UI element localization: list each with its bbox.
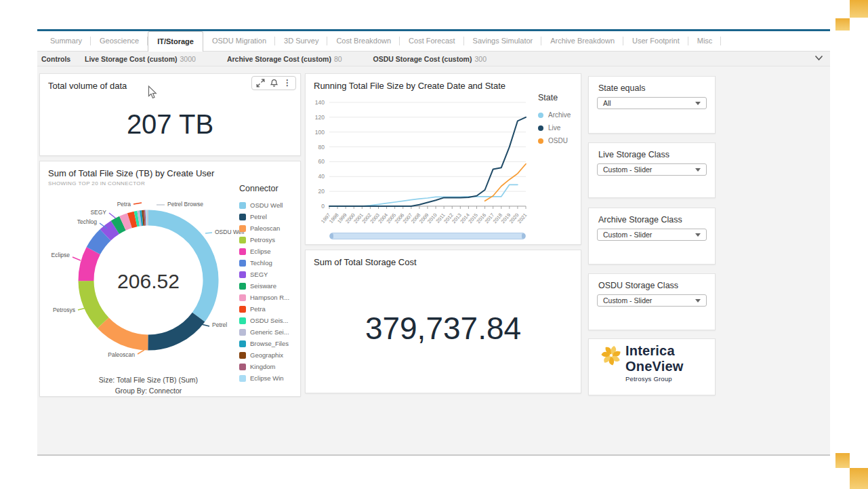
control-live-storage-cost-custom[interactable]: Live Storage Cost (custom)3000 bbox=[85, 55, 196, 63]
legend-item-kingdom[interactable]: Kingdom bbox=[239, 361, 289, 372]
donut-callout-eclipse: Eclipse bbox=[51, 252, 70, 258]
donut-slice-paleoscan[interactable] bbox=[103, 323, 148, 343]
legend-item-generic-sei[interactable]: Generic Sei... bbox=[239, 326, 289, 338]
legend-item-segy[interactable]: SEGY bbox=[239, 269, 289, 280]
card-total-volume: Total volume of data ⋮ 207 TB bbox=[39, 73, 301, 156]
filter-dropdown-archive-storage-class[interactable]: Custom - Slider bbox=[597, 229, 707, 241]
legend-item-eclipse-win[interactable]: Eclipse Win bbox=[239, 372, 289, 384]
legend-item-paleoscan[interactable]: Paleoscan bbox=[239, 222, 289, 234]
legend-swatch bbox=[239, 225, 246, 232]
control-osdu-storage-cost-custom[interactable]: OSDU Storage Cost (custom)300 bbox=[373, 55, 487, 63]
tab-archive-breakdown[interactable]: Archive Breakdown bbox=[541, 31, 623, 51]
line-series-osdu bbox=[485, 164, 526, 201]
card-donut-file-size: Sum of Total File Size (TB) by Create Us… bbox=[39, 161, 301, 397]
tab-osdu-migration[interactable]: OSDU Migration bbox=[203, 31, 275, 51]
svg-text:120: 120 bbox=[315, 114, 325, 121]
line-legend-title: State bbox=[538, 93, 571, 102]
donut-slice-seisware[interactable] bbox=[115, 223, 123, 227]
total-volume-value: 207 TB bbox=[40, 109, 300, 140]
card-total-volume-title: Total volume of data bbox=[48, 81, 127, 91]
deco-gold-square-bottom-2 bbox=[850, 468, 868, 489]
total-cost-value: 379,737.84 bbox=[306, 310, 581, 347]
filter-label: State equals bbox=[598, 83, 646, 93]
filter-dropdown-state-equals[interactable]: All bbox=[597, 97, 707, 109]
sheet-tab-bar: SummaryGeoscienceIT/StorageOSDU Migratio… bbox=[37, 31, 830, 52]
legend-item-osdu-seis[interactable]: OSDU Seis... bbox=[239, 315, 289, 326]
svg-text:40: 40 bbox=[318, 173, 325, 180]
tab-it-storage[interactable]: IT/Storage bbox=[148, 31, 203, 52]
tab-savings-simulator[interactable]: Savings Simulator bbox=[464, 31, 542, 51]
legend-swatch bbox=[239, 271, 246, 278]
svg-text:100: 100 bbox=[315, 129, 325, 136]
legend-item-geographix[interactable]: Geographix bbox=[239, 349, 289, 361]
chevron-down-icon bbox=[695, 233, 701, 237]
donut-callout-petrel-browse: Petrel Browse bbox=[167, 201, 203, 208]
donut-legend-title: Connector bbox=[239, 184, 289, 193]
tab-cost-forecast[interactable]: Cost Forecast bbox=[400, 31, 463, 51]
legend-item-live[interactable]: Live bbox=[538, 121, 571, 134]
filter-label: Archive Storage Class bbox=[598, 215, 682, 224]
donut-center-total: 206.52 bbox=[81, 270, 216, 293]
tab-user-footprint[interactable]: User Footprint bbox=[623, 31, 688, 51]
donut-callout-techlog: Techlog bbox=[77, 218, 98, 225]
legend-swatch bbox=[239, 317, 246, 324]
donut-footer-groupby: Group By: Connector bbox=[54, 385, 243, 396]
legend-item-browse-files[interactable]: Browse_Files bbox=[239, 338, 289, 349]
chevron-down-icon bbox=[695, 168, 701, 172]
legend-swatch bbox=[239, 283, 246, 290]
legend-dot bbox=[538, 125, 543, 131]
controls-items: Live Storage Cost (custom)3000Archive St… bbox=[85, 55, 518, 63]
legend-item-techlog[interactable]: Techlog bbox=[239, 257, 289, 269]
line-legend: State ArchiveLiveOSDU bbox=[538, 93, 571, 147]
legend-swatch bbox=[239, 260, 246, 267]
donut-slice-osdu-seis[interactable] bbox=[136, 218, 138, 219]
filter-card-state-equals: State equalsAll bbox=[588, 76, 716, 134]
deco-gold-square-top-2 bbox=[835, 18, 850, 31]
donut-slice-osdu-well[interactable] bbox=[148, 218, 211, 317]
donut-callout-petrosys: Petrosys bbox=[53, 307, 75, 313]
svg-text:20: 20 bbox=[318, 188, 325, 195]
legend-item-archive[interactable]: Archive bbox=[538, 109, 571, 121]
controls-collapse-chevron-icon[interactable] bbox=[814, 55, 823, 61]
legend-swatch bbox=[239, 364, 246, 370]
legend-item-petra[interactable]: Petra bbox=[239, 303, 289, 315]
legend-swatch bbox=[239, 306, 246, 313]
controls-bar: Controls Live Storage Cost (custom)3000A… bbox=[37, 52, 830, 66]
filter-card-live-storage-class: Live Storage ClassCustom - Slider bbox=[588, 142, 716, 198]
card-total-cost-title: Sum of Total Storage Cost bbox=[314, 257, 417, 267]
logo-line-oneview: OneView bbox=[625, 359, 684, 374]
filter-dropdown-live-storage-class[interactable]: Custom - Slider bbox=[597, 163, 707, 176]
legend-item-petrel[interactable]: Petrel bbox=[239, 211, 289, 222]
donut-callout-paleoscan: Paleoscan bbox=[108, 351, 135, 358]
filter-dropdown-osdu-storage-class[interactable]: Custom - Slider bbox=[597, 294, 707, 307]
tab-cost-breakdown[interactable]: Cost Breakdown bbox=[327, 31, 400, 51]
legend-swatch bbox=[239, 294, 246, 301]
donut-slice-hampson-r[interactable] bbox=[123, 220, 129, 223]
interica-pinwheel-icon bbox=[601, 345, 621, 366]
expand-icon[interactable] bbox=[256, 79, 265, 87]
legend-item-seisware[interactable]: Seisware bbox=[239, 280, 289, 292]
filter-card-osdu-storage-class: OSDU Storage ClassCustom - Slider bbox=[588, 273, 716, 330]
legend-item-eclipse[interactable]: Eclipse bbox=[239, 246, 289, 257]
tab-geoscience[interactable]: Geoscience bbox=[91, 31, 148, 51]
tab-3d-survey[interactable]: 3D Survey bbox=[275, 31, 327, 51]
donut-slice-petrel[interactable] bbox=[148, 317, 199, 343]
control-archive-storage-cost-custom[interactable]: Archive Storage Cost (custom)80 bbox=[227, 55, 342, 63]
mouse-cursor bbox=[148, 85, 157, 99]
date-range-scrollbar[interactable] bbox=[329, 233, 526, 239]
legend-item-osdu-well[interactable]: OSDU Well bbox=[239, 199, 289, 211]
tab-misc[interactable]: Misc bbox=[688, 31, 722, 51]
legend-swatch bbox=[239, 352, 246, 359]
legend-item-petrosys[interactable]: Petrosys bbox=[239, 234, 289, 246]
donut-slice-petra[interactable] bbox=[129, 219, 136, 220]
filter-card-archive-storage-class: Archive Storage ClassCustom - Slider bbox=[588, 208, 716, 265]
menu-dots-icon[interactable]: ⋮ bbox=[283, 79, 291, 87]
legend-item-osdu[interactable]: OSDU bbox=[538, 134, 571, 147]
donut-footer: Size: Total File Size (TB) (Sum) Group B… bbox=[54, 374, 243, 396]
alert-bell-icon[interactable] bbox=[270, 79, 278, 87]
visual-toolbar: ⋮ bbox=[251, 76, 296, 90]
donut-slice-techlog[interactable] bbox=[94, 235, 106, 250]
tab-summary[interactable]: Summary bbox=[41, 31, 91, 51]
legend-item-hampson-r[interactable]: Hampson R... bbox=[239, 292, 289, 303]
chevron-down-icon bbox=[695, 102, 701, 105]
